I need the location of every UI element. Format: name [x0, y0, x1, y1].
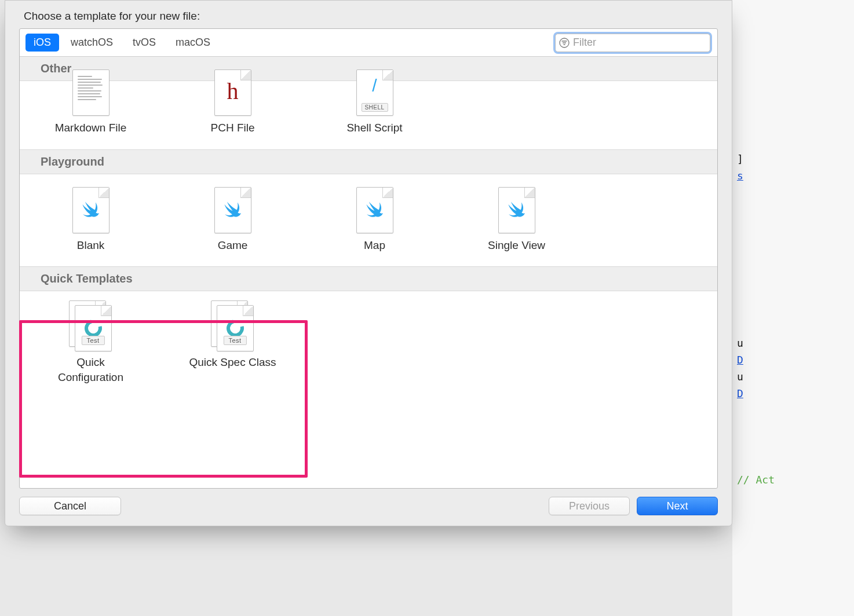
- template-item[interactable]: Map: [304, 174, 446, 258]
- cancel-button[interactable]: Cancel: [19, 497, 121, 515]
- template-item[interactable]: TestQuick Spec Class: [162, 291, 304, 389]
- pch-icon: h: [166, 78, 299, 120]
- section-header-playground: Playground: [20, 149, 717, 174]
- platform-tab-bar: iOSwatchOStvOSmacOS: [20, 29, 717, 57]
- background-editor-strip: ] s u D u D // Act: [732, 0, 854, 616]
- template-item-label: Map: [308, 238, 441, 253]
- swift-icon: [24, 174, 157, 238]
- platform-tab-watchos[interactable]: watchOS: [63, 34, 121, 52]
- platform-tab-tvos[interactable]: tvOS: [125, 34, 164, 52]
- template-item[interactable]: Single View: [446, 174, 587, 258]
- template-item-label: Shell Script: [308, 120, 441, 135]
- previous-button: Previous: [549, 497, 630, 515]
- filter-input[interactable]: [573, 36, 706, 49]
- template-item-label: Markdown File: [24, 120, 157, 135]
- section-grid: BlankGameMapSingle View: [20, 174, 717, 267]
- swift-icon: [308, 174, 441, 238]
- platform-tab-macos[interactable]: macOS: [167, 34, 218, 52]
- section-grid: TestQuick ConfigurationTestQuick Spec Cl…: [20, 291, 717, 398]
- template-item-label: PCH File: [166, 120, 299, 135]
- shell-icon: /SHELL: [308, 78, 441, 120]
- template-item[interactable]: /SHELLShell Script: [304, 81, 446, 140]
- template-item-label: Blank: [24, 238, 157, 253]
- filter-icon: [559, 38, 570, 48]
- sheet-footer: Cancel Previous Next: [5, 489, 732, 526]
- sheet-title: Choose a template for your new file:: [5, 1, 732, 28]
- template-frame: iOSwatchOStvOSmacOS OtherMarkdown FilehP…: [19, 28, 718, 489]
- filter-field-wrapper[interactable]: [555, 34, 710, 52]
- quick-icon: Test: [24, 291, 157, 355]
- template-item[interactable]: TestQuick Configuration: [20, 291, 162, 389]
- swift-icon: [450, 174, 583, 238]
- quick-icon: Test: [166, 291, 299, 355]
- template-scroll-area[interactable]: OtherMarkdown FilehPCH File/SHELLShell S…: [20, 57, 717, 488]
- platform-tab-ios[interactable]: iOS: [25, 34, 59, 52]
- template-item-label: Quick Spec Class: [166, 355, 299, 370]
- swift-icon: [166, 174, 299, 238]
- template-item-label: Game: [166, 238, 299, 253]
- new-file-template-sheet: Choose a template for your new file: iOS…: [5, 0, 732, 526]
- next-button[interactable]: Next: [637, 497, 718, 515]
- template-item[interactable]: Blank: [20, 174, 162, 258]
- template-item[interactable]: hPCH File: [162, 81, 304, 140]
- section-header-quick-templates: Quick Templates: [20, 266, 717, 291]
- section-grid: Markdown FilehPCH File/SHELLShell Script: [20, 81, 717, 149]
- template-item-label: Single View: [450, 238, 583, 253]
- template-item[interactable]: Markdown File: [20, 81, 162, 140]
- template-item[interactable]: Game: [162, 174, 304, 258]
- template-item-label: Quick Configuration: [24, 355, 157, 384]
- markdown-icon: [24, 78, 157, 120]
